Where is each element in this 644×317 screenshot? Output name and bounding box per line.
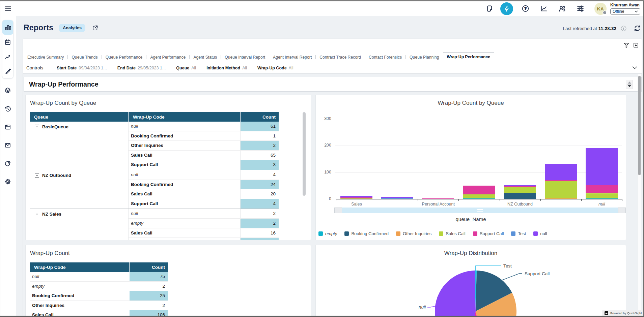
column-header-queue[interactable]: Queue — [30, 112, 129, 122]
zoom-handle-right[interactable] — [618, 208, 626, 213]
sidebar-item-mail[interactable] — [4, 142, 11, 149]
tab-executive-summary[interactable]: Executive Summary — [24, 53, 67, 62]
bar-segment-sales_call[interactable] — [340, 198, 372, 199]
table-row[interactable]: null75 — [30, 272, 168, 282]
zoom-handle-left[interactable] — [334, 208, 342, 213]
table-row[interactable]: Other Inquiries2 — [30, 301, 168, 311]
tab-queue-interval-report[interactable]: Queue Interval Report — [221, 53, 269, 62]
tab-wrap-up-performance[interactable]: Wrap-Up Performance — [443, 52, 494, 62]
sidebar-item-browser[interactable] — [4, 124, 11, 130]
download-icon[interactable] — [633, 42, 639, 48]
bar-segment-null[interactable] — [463, 185, 495, 186]
collapse-icon[interactable] — [35, 173, 39, 178]
controls-collapse-chevron-icon[interactable] — [632, 66, 637, 69]
bar-segment-null[interactable] — [381, 197, 413, 198]
tab-contact-forensics[interactable]: Contact Forensics — [365, 53, 405, 62]
bar-segment-booking_confirmed[interactable] — [545, 199, 577, 199]
control-filter-start-date[interactable]: Start Date09/04/2023 1... — [57, 66, 107, 70]
collapse-icon[interactable] — [35, 125, 39, 129]
bar-segment-empty[interactable] — [463, 198, 495, 199]
notes-icon[interactable] — [486, 5, 494, 12]
column-header-wrapup-code[interactable]: Wrap-Up Code — [30, 262, 130, 272]
metrics-icon[interactable] — [540, 5, 548, 12]
bar-segment-support_call[interactable] — [340, 197, 372, 198]
column-header-count[interactable]: Count — [241, 112, 279, 122]
bar-segment-other_inquiries[interactable] — [545, 198, 577, 199]
bar-segment-empty[interactable] — [586, 198, 618, 199]
spinner-up-icon[interactable] — [628, 82, 631, 84]
bar-segment-sales_call[interactable] — [545, 181, 577, 198]
agent-status-select[interactable]: Offline — [610, 8, 640, 14]
chart-zoom-scrollbar[interactable] — [334, 208, 626, 213]
external-link-icon[interactable] — [92, 25, 99, 31]
sidebar-item-trends[interactable] — [2, 49, 13, 64]
control-filter-end-date[interactable]: End Date29/05/2023 1... — [117, 66, 166, 70]
help-icon[interactable]: ? — [522, 5, 529, 12]
sidebar-item-reports[interactable] — [2, 20, 13, 35]
tab-agent-status[interactable]: Agent Status — [190, 53, 221, 62]
legend-item-support_call[interactable]: Support Call — [473, 231, 504, 236]
zoom-grip[interactable] — [477, 209, 483, 212]
tab-agent-interval-report[interactable]: Agent Interval Report — [269, 53, 315, 62]
sidebar-item-layers[interactable] — [4, 87, 11, 94]
legend-item-sales_call[interactable]: Sales Call — [439, 231, 466, 236]
table-row[interactable]: Sales Call16 — [129, 228, 279, 238]
column-header-wrapup-code[interactable]: Wrap-Up Code — [129, 112, 241, 122]
info-icon[interactable] — [621, 26, 626, 31]
table-row[interactable]: Sales Call20 — [129, 189, 279, 199]
table-row[interactable]: Support Call3 — [129, 160, 279, 170]
filter-icon[interactable] — [623, 42, 629, 48]
bar-segment-sales_call[interactable] — [463, 194, 495, 199]
legend-item-empty[interactable]: empty — [318, 231, 337, 236]
tab-queue-trends[interactable]: Queue Trends — [68, 53, 101, 62]
bar-segment-null[interactable] — [504, 185, 536, 186]
settings-sliders-icon[interactable] — [577, 5, 584, 12]
bar-segment-test[interactable] — [381, 198, 413, 199]
table-row[interactable]: Sales Call65 — [129, 151, 279, 160]
table-row[interactable]: null61 — [129, 122, 279, 131]
pie-slice-null[interactable] — [435, 271, 476, 316]
table-row[interactable]: Booking Confirmed25 — [30, 291, 168, 301]
hamburger-menu-icon[interactable] — [5, 5, 11, 12]
table-row[interactable]: Other Inquiries2 — [129, 141, 279, 151]
table-row[interactable]: Booking Confirmed24 — [129, 180, 279, 190]
sheet-spinner[interactable] — [626, 80, 633, 89]
bar-segment-null[interactable] — [586, 148, 618, 185]
column-header-count[interactable]: Count — [130, 262, 168, 272]
table-row[interactable]: null2 — [129, 209, 279, 219]
control-filter-queue[interactable]: QueueAll — [176, 66, 196, 70]
bar-segment-null[interactable] — [545, 164, 577, 180]
table-row[interactable]: Booking Confirmed1 — [129, 131, 279, 141]
bar-segment-null[interactable] — [340, 196, 372, 198]
legend-item-other_inquiries[interactable]: Other Inquiries — [396, 231, 431, 236]
table-row[interactable]: Sales Call106 — [30, 310, 168, 316]
bar-segment-support_call[interactable] — [422, 198, 454, 199]
quick-actions-icon[interactable] — [500, 2, 513, 15]
refresh-icon[interactable] — [634, 25, 641, 32]
sidebar-item-history[interactable] — [4, 105, 11, 112]
sidebar-item-schedule[interactable] — [2, 35, 13, 49]
collapse-icon[interactable] — [35, 212, 39, 216]
legend-item-booking_confirmed[interactable]: Booking Confirmed — [344, 231, 389, 236]
bar-segment-support_call[interactable] — [586, 185, 618, 193]
tab-queue-performance[interactable]: Queue Performance — [102, 53, 146, 62]
spinner-down-icon[interactable] — [628, 85, 631, 87]
sidebar-item-design[interactable] — [2, 64, 13, 78]
bar-segment-sales_call[interactable] — [586, 193, 618, 199]
users-icon[interactable] — [558, 5, 566, 12]
control-filter-wrap-up-code[interactable]: Wrap-Up CodeAll — [257, 66, 293, 70]
legend-item-null[interactable]: null — [533, 231, 547, 236]
tab-contract-trace-record[interactable]: Contract Trace Record — [316, 53, 365, 62]
bar-segment-support_call[interactable] — [545, 180, 577, 181]
table-row[interactable]: Support Call33 — [129, 238, 279, 240]
table-row[interactable]: empty2 — [30, 282, 168, 291]
sidebar-item-pie-reports[interactable] — [4, 160, 11, 167]
scrollbar-thumb[interactable] — [638, 76, 641, 175]
legend-item-test[interactable]: Test — [511, 231, 526, 236]
table-row[interactable]: Support Call4 — [129, 199, 279, 209]
table-scrollbar[interactable] — [303, 112, 306, 196]
dashboard-scrollbar[interactable] — [638, 74, 641, 316]
bar-segment-sales_call[interactable] — [504, 187, 536, 193]
bar-segment-support_call[interactable] — [504, 186, 536, 187]
bar-segment-booking_confirmed[interactable] — [504, 193, 536, 199]
